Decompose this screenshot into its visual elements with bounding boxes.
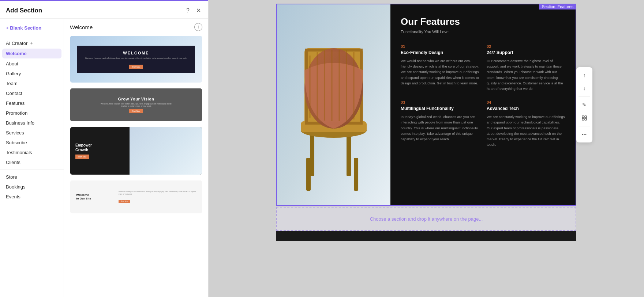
sidebar-item-testimonials[interactable]: Testimonials [0, 148, 64, 157]
info-icon[interactable]: i [194, 23, 202, 31]
template-card-welcome-light[interactable]: Welcometo Our Site Welcome. Here you can… [70, 180, 202, 214]
feature-number-4: 04 [487, 100, 565, 104]
feature-number-3: 03 [401, 100, 479, 104]
svg-rect-4 [354, 158, 358, 191]
edit-button[interactable]: ✎ [579, 99, 590, 111]
panel-body: + Blank Section AI Creator ✦ Welcome Abo… [0, 19, 208, 297]
feature-number-1: 01 [401, 44, 479, 49]
toolbar-divider-2 [579, 126, 590, 126]
nav-divider-2 [0, 170, 64, 170]
svg-rect-17 [582, 116, 584, 118]
floating-toolbar: ↑ ↓ ✎ ••• [576, 67, 592, 142]
move-down-button[interactable]: ↓ [579, 83, 590, 94]
feature-name-2: 24/7 Support [487, 50, 565, 55]
sidebar-item-events[interactable]: Events [0, 192, 64, 202]
features-title: Our Features [401, 16, 565, 27]
template-list-title: Welcome [70, 24, 93, 30]
sidebar-item-promotion[interactable]: Promotion [0, 108, 64, 118]
canvas-area: Section: Features [209, 0, 644, 297]
panel-header-icons: ? ✕ [185, 6, 202, 15]
svg-rect-20 [585, 118, 587, 120]
template-preview-grow-vision: Grow Your Vision Welcome. Here you can b… [70, 88, 202, 121]
sidebar-item-team[interactable]: Team [0, 79, 64, 88]
layout-icon [582, 115, 587, 121]
feature-desc-2: Our customers deserve the highest level … [487, 58, 565, 91]
svg-rect-19 [582, 118, 584, 120]
drop-zone-text: Choose a section and drop it anywhere on… [370, 216, 483, 222]
template-list-header: Welcome i [70, 23, 202, 31]
features-grid: 01 Eco-Friendly Design We would not be w… [401, 44, 565, 147]
feature-item-3: 03 Multilingual Functionality In today's… [401, 100, 479, 147]
svg-rect-3 [306, 158, 311, 191]
sidebar-item-about[interactable]: About [0, 59, 64, 69]
template-list: Welcome i WELCOME Welcome. Here you can … [64, 19, 208, 297]
svg-rect-18 [585, 116, 587, 118]
template-card-grow-vision[interactable]: Grow Your Vision Welcome. Here you can b… [70, 88, 202, 122]
feature-desc-3: In today's globalized world, chances are… [401, 114, 479, 142]
features-section-wrapper: Section: Features [276, 4, 576, 206]
feature-name-3: Multilingual Functionality [401, 106, 479, 111]
blank-section-button[interactable]: + Blank Section [0, 22, 64, 34]
feature-desc-4: We are constantly working to improve our… [487, 114, 565, 147]
drop-zone[interactable]: Choose a section and drop it anywhere on… [276, 207, 576, 231]
template-grow-title: Grow Your Vision [118, 97, 154, 101]
ai-creator-label: AI Creator [6, 41, 27, 46]
template-welcome-btn: Start Now [129, 65, 143, 69]
feature-name-1: Eco-Friendly Design [401, 50, 479, 55]
features-subtitle: Functionality You Will Love [401, 30, 565, 34]
canvas-content: Section: Features [209, 0, 644, 297]
sidebar-item-contact[interactable]: Contact [0, 88, 64, 98]
template-grow-text: Welcome. Here you can brief visitors abo… [100, 103, 173, 107]
feature-number-2: 02 [487, 44, 565, 49]
panel-header: Add Section ? ✕ [0, 0, 208, 19]
help-button[interactable]: ? [185, 7, 191, 15]
template-welcome2-btn: Start Now [119, 200, 130, 203]
sidebar-nav: + Blank Section AI Creator ✦ Welcome Abo… [0, 19, 64, 297]
features-section[interactable]: Section: Features [276, 4, 576, 206]
ai-sparkle-icon: ✦ [30, 41, 33, 46]
close-button[interactable]: ✕ [195, 6, 202, 15]
template-card-welcome-dark[interactable]: WELCOME Welcome. Here you can brief visi… [70, 35, 202, 83]
chair-image [277, 4, 390, 205]
sidebar-item-clients[interactable]: Clients [0, 157, 64, 167]
features-content: Our Features Functionality You Will Love… [390, 4, 576, 205]
template-welcome-text: Welcome. Here you can brief visitors abo… [85, 57, 187, 60]
feature-item-4: 04 Advanced Tech We are constantly worki… [487, 100, 565, 147]
panel-title: Add Section [6, 7, 42, 14]
template-preview-empower-growth: EmpowerGrowth Start Now [70, 127, 202, 175]
feature-name-4: Advanced Tech [487, 106, 565, 111]
add-section-panel: Add Section ? ✕ + Blank Section AI Creat… [0, 0, 209, 297]
nav-divider [0, 36, 64, 36]
feature-item-2: 02 24/7 Support Our customers deserve th… [487, 44, 565, 91]
template-preview-welcome-light: Welcometo Our Site Welcome. Here you can… [70, 180, 202, 213]
chair-svg [277, 4, 390, 205]
feature-desc-1: We would not be who we are without our e… [401, 58, 479, 86]
move-up-button[interactable]: ↑ [579, 69, 590, 81]
template-empower-btn: Start Now [75, 155, 89, 159]
toolbar-divider [579, 96, 590, 97]
template-empower-title: EmpowerGrowth [75, 143, 124, 152]
section-label: Section: Features [539, 4, 576, 9]
more-button[interactable]: ••• [579, 129, 590, 140]
template-card-empower-growth[interactable]: EmpowerGrowth Start Now [70, 127, 202, 175]
sidebar-item-subscribe[interactable]: Subscribe [0, 138, 64, 148]
footer-bar [276, 231, 576, 241]
sidebar-item-services[interactable]: Services [0, 128, 64, 138]
template-welcome2-title: Welcometo Our Site [76, 193, 113, 201]
sidebar-item-store[interactable]: Store [0, 172, 64, 182]
sidebar-item-gallery[interactable]: Gallery [0, 69, 64, 79]
template-welcome-title: WELCOME [85, 51, 187, 55]
sidebar-item-features[interactable]: Features [0, 98, 64, 108]
template-grow-btn: Start Now [129, 109, 143, 113]
template-welcome2-text: Welcome. Here you can brief visitors abo… [119, 190, 196, 195]
sidebar-item-business-info[interactable]: Business Info [0, 118, 64, 128]
sidebar-item-bookings[interactable]: Bookings [0, 182, 64, 192]
sidebar-item-welcome[interactable]: Welcome [2, 49, 61, 58]
layout-button[interactable] [579, 112, 590, 124]
features-image-area [277, 4, 390, 205]
template-preview-welcome-dark: WELCOME Welcome. Here you can brief visi… [70, 36, 202, 83]
sidebar-item-ai-creator[interactable]: AI Creator ✦ [0, 38, 64, 48]
feature-item-1: 01 Eco-Friendly Design We would not be w… [401, 44, 479, 91]
